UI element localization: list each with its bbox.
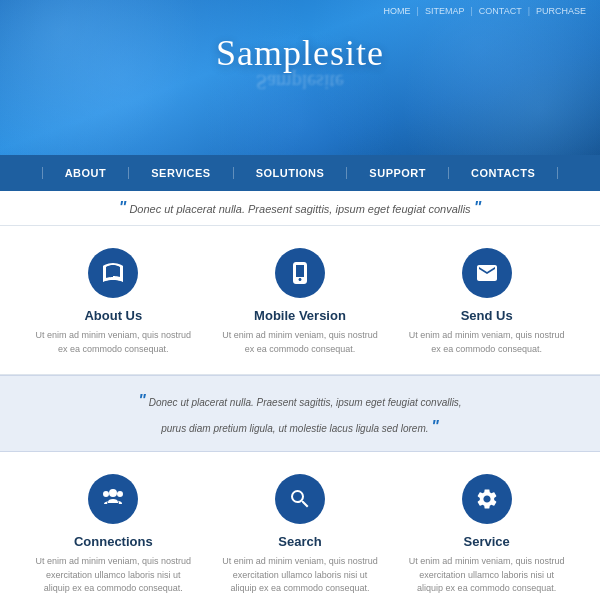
- service-icon-circle: [462, 474, 512, 524]
- quote-content-1: Donec ut placerat nulla. Praesent sagitt…: [129, 203, 470, 215]
- mobile-icon: [288, 261, 312, 285]
- service-search-title: Search: [220, 534, 380, 549]
- service-service-text: Ut enim ad minim veniam, quis nostrud ex…: [407, 555, 567, 596]
- search-icon: [288, 487, 312, 511]
- services-grid: Connections Ut enim ad minim veniam, qui…: [0, 474, 600, 596]
- feature-mobile-title: Mobile Version: [220, 308, 380, 323]
- mobile-icon-circle: [275, 248, 325, 298]
- service-connections-title: Connections: [33, 534, 193, 549]
- header: HOME | SITEMAP | CONTACT | PURCHASE Samp…: [0, 0, 600, 155]
- nav-support[interactable]: SUPPORT: [347, 167, 449, 179]
- search-icon-circle: [275, 474, 325, 524]
- feature-mobile: Mobile Version Ut enim ad minim veniam, …: [220, 248, 380, 356]
- quote-text-1: " Donec ut placerat nulla. Praesent sagi…: [20, 199, 580, 217]
- nav-about[interactable]: ABOUT: [42, 167, 130, 179]
- feature-sendus-text: Ut enim ad minim veniam, quis nostrud ex…: [407, 329, 567, 356]
- book-icon: [101, 261, 125, 285]
- feature-sendus: Send Us Ut enim ad minim veniam, quis no…: [407, 248, 567, 356]
- gear-icon: [475, 487, 499, 511]
- feature-sendus-title: Send Us: [407, 308, 567, 323]
- features-section: About Us Ut enim ad minim veniam, quis n…: [0, 226, 600, 375]
- quote-open-2: ": [138, 392, 146, 409]
- service-search: Search Ut enim ad minim veniam, quis nos…: [220, 474, 380, 596]
- feature-about-text: Ut enim ad minim veniam, quis nostrud ex…: [33, 329, 193, 356]
- site-title-reflection: Samplesite: [0, 70, 600, 93]
- features-grid: About Us Ut enim ad minim veniam, quis n…: [0, 248, 600, 356]
- services-section: Connections Ut enim ad minim veniam, qui…: [0, 452, 600, 600]
- quote-text-2: " Donec ut placerat nulla. Praesent sagi…: [50, 388, 550, 439]
- nav-services[interactable]: SERVICES: [129, 167, 233, 179]
- feature-mobile-text: Ut enim ad minim veniam, quis nostrud ex…: [220, 329, 380, 356]
- service-service-title: Service: [407, 534, 567, 549]
- main-nav: ABOUT SERVICES SOLUTIONS SUPPORT CONTACT…: [0, 155, 600, 191]
- connections-icon-circle: [88, 474, 138, 524]
- service-search-text: Ut enim ad minim veniam, quis nostrud ex…: [220, 555, 380, 596]
- mail-icon: [475, 261, 499, 285]
- quote-content-2b: purus diam pretium ligula, ut molestie l…: [161, 423, 428, 434]
- connections-icon: [101, 487, 125, 511]
- quote-open-1: ": [119, 199, 127, 216]
- nav-contacts[interactable]: CONTACTS: [449, 167, 558, 179]
- service-service: Service Ut enim ad minim veniam, quis no…: [407, 474, 567, 596]
- feature-about-title: About Us: [33, 308, 193, 323]
- nav-solutions[interactable]: SOLUTIONS: [234, 167, 348, 179]
- site-title: Samplesite: [0, 32, 600, 74]
- quote-close-2: ": [431, 418, 439, 435]
- about-icon-circle: [88, 248, 138, 298]
- service-connections-text: Ut enim ad minim veniam, quis nostrud ex…: [33, 555, 193, 596]
- quote-content-2a: Donec ut placerat nulla. Praesent sagitt…: [149, 397, 462, 408]
- site-title-container: Samplesite Samplesite: [0, 32, 600, 93]
- sendus-icon-circle: [462, 248, 512, 298]
- service-connections: Connections Ut enim ad minim veniam, qui…: [33, 474, 193, 596]
- quote-bar-2: " Donec ut placerat nulla. Praesent sagi…: [0, 375, 600, 452]
- feature-about: About Us Ut enim ad minim veniam, quis n…: [33, 248, 193, 356]
- quote-close-1: ": [474, 199, 482, 216]
- quote-bar-1: " Donec ut placerat nulla. Praesent sagi…: [0, 191, 600, 226]
